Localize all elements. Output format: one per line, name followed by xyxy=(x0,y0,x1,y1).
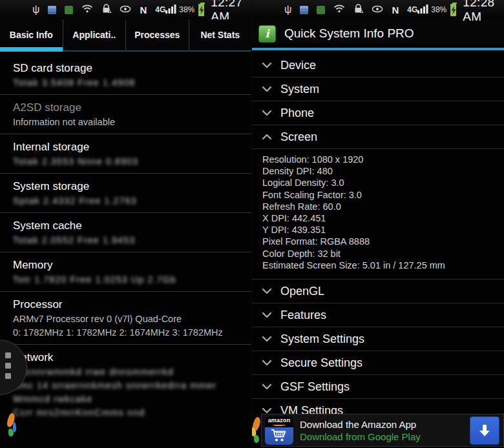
list-item-a2sd-storage: A2SD storageInformation not available xyxy=(0,95,251,134)
network-4g-icon: 4G xyxy=(407,6,417,14)
item-subtitle-redacted: Totak 2.0552 Free 1.9453 xyxy=(13,235,229,246)
tab-net-stats[interactable]: Net Stats xyxy=(189,19,252,50)
ad-banner[interactable]: amazon Download the Amazon App Download … xyxy=(261,414,504,447)
chevron-down-icon xyxy=(261,85,280,93)
item-title: Processor xyxy=(13,298,240,311)
status-icons-right: ψ N 4G xyxy=(284,4,417,16)
shopping-cart-icon xyxy=(265,427,293,445)
section-label: OpenGL xyxy=(280,285,324,298)
ad-text: Download the Amazon App Download from Go… xyxy=(300,419,421,442)
chevron-down-icon xyxy=(261,335,280,343)
detail-line: Font Scaling Factor: 3.0 xyxy=(262,189,498,201)
left-screen: ψ N 4G 38% 12:27 AM Basic InfoApplicati.… xyxy=(0,0,252,448)
wifi-warning-icon xyxy=(81,4,93,15)
section-system[interactable]: System xyxy=(252,77,504,101)
floating-widget-partial xyxy=(252,416,261,445)
battery-icon xyxy=(198,4,204,16)
amazon-app-icon[interactable]: amazon xyxy=(265,416,293,445)
tab-bar: Basic InfoApplicati..ProcessesNet Stats xyxy=(0,19,251,52)
amazon-smile-icon xyxy=(273,423,286,426)
app-title: Quick System Info PRO xyxy=(284,26,414,41)
section-label: System xyxy=(280,83,319,96)
item-subtitle-redacted: Totak 3.5408 Free 1.4908 xyxy=(13,77,229,88)
status-right-right: 38% 12:28 AM xyxy=(417,0,500,24)
chevron-down-icon xyxy=(261,383,280,391)
item-subtitle-redacted: Totak 2.3553 Nnne 0.8903 xyxy=(13,156,229,167)
section-features[interactable]: Features xyxy=(252,303,504,327)
detail-line: Density DPI: 480 xyxy=(262,165,498,177)
section-secure-settings[interactable]: Secure Settings xyxy=(252,351,504,375)
status-icons-left: ψ N 4G xyxy=(32,4,165,16)
detail-line: Y DPI: 439.351 xyxy=(262,224,498,236)
list-item-sd-card-storage: SD card storageTotak 3.5408 Free 1.4908 xyxy=(0,56,251,95)
signal-strength-icon xyxy=(165,4,176,16)
usb-icon: ψ xyxy=(284,5,291,15)
status-bar-left: ψ N 4G 38% 12:27 AM xyxy=(0,0,251,19)
section-screen[interactable]: Screen xyxy=(252,125,504,149)
section-phone[interactable]: Phone xyxy=(252,101,504,125)
section-device[interactable]: Device xyxy=(252,54,504,77)
section-label: Screen xyxy=(280,130,317,144)
ad-download-button[interactable] xyxy=(470,416,499,445)
lock-warning-icon xyxy=(353,4,363,16)
app-info-icon: i xyxy=(258,25,276,43)
section-label: System Settings xyxy=(280,332,364,346)
edge-handle-grip-icon[interactable] xyxy=(5,352,11,379)
battery-percent: 38% xyxy=(431,5,446,14)
right-screen: ψ N 4G 38% 12:28 AM i Quick System Info … xyxy=(252,0,504,448)
item-subtitle: 0: 1782MHz 1: 1782MHz 2: 1674MHz 3: 1782… xyxy=(13,327,229,338)
memo-app-icon xyxy=(300,6,308,14)
item-subtitle-redacted: Sptak 2.4332 Free 1.2763 xyxy=(13,196,229,207)
section-opengl[interactable]: OpenGL xyxy=(252,280,504,303)
section-label: Phone xyxy=(280,107,314,120)
floating-widget-partial xyxy=(4,412,21,438)
chevron-down-icon xyxy=(261,109,280,117)
item-subtitle-redacted: Totr 1.7820 Free 1.0253 Up 2.7Gb xyxy=(13,274,229,285)
list-item-system-storage: System storageSptak 2.4332 Free 1.2763 xyxy=(0,174,251,213)
section-gsf-settings[interactable]: GSF Settings xyxy=(252,375,504,399)
section-label: GSF Settings xyxy=(280,380,350,394)
lock-warning-icon xyxy=(101,4,111,16)
status-time: 12:28 AM xyxy=(463,0,500,24)
nfc-icon: N xyxy=(140,5,147,15)
tab-processes[interactable]: Processes xyxy=(125,19,189,50)
screen-details: Resolution: 1080 x 1920Density DPI: 480L… xyxy=(252,149,504,280)
memo-app-icon xyxy=(48,6,56,14)
list-item-internal-storage: Internal storageTotak 2.3553 Nnne 0.8903 xyxy=(0,134,251,174)
item-subtitle: Information not available xyxy=(13,117,229,128)
detail-line: X DPI: 442.451 xyxy=(262,212,498,224)
chevron-down-icon xyxy=(261,287,280,295)
tab-basic-info[interactable]: Basic Info xyxy=(0,19,63,50)
usb-icon: ψ xyxy=(32,5,39,15)
green-app-icon xyxy=(317,6,325,14)
chevron-down-icon xyxy=(261,61,280,69)
item-title: System storage xyxy=(13,180,240,193)
download-arrow-icon xyxy=(478,423,492,438)
list-item-processor: ProcessorARMv7 Processor rev 0 (v7l) Qua… xyxy=(0,292,251,345)
item-title: Memory xyxy=(13,259,240,272)
tab-applicati[interactable]: Applicati.. xyxy=(63,19,126,50)
item-title: Internal storage xyxy=(13,141,240,154)
item-subtitle-redacted: Smc 14 srraernnkmesh snnerrkedrra mmer xyxy=(13,380,229,391)
item-title: Network xyxy=(13,351,240,364)
wifi-warning-icon xyxy=(333,4,345,15)
list-item-network: NetworkSbcnnrwmmkd rrwe dnnsmmerrkdSmc 1… xyxy=(0,345,251,424)
network-4g-icon: 4G xyxy=(155,6,165,14)
section-label: Device xyxy=(280,59,316,72)
section-list: DeviceSystemPhoneScreenResolution: 1080 … xyxy=(252,50,504,423)
detail-line: Logical Density: 3.0 xyxy=(262,177,498,188)
ad-title: Download the Amazon App xyxy=(300,419,421,430)
item-subtitle-redacted: Wmmcd rwkcake xyxy=(13,394,229,405)
eye-icon xyxy=(372,4,383,15)
section-system-settings[interactable]: System Settings xyxy=(252,327,504,351)
list-item-memory: MemoryTotr 1.7820 Free 1.0253 Up 2.7Gb xyxy=(0,252,251,292)
ad-subtitle: Download from Google Play xyxy=(300,431,421,442)
section-label: Secure Settings xyxy=(280,356,362,370)
app-header: i Quick System Info PRO xyxy=(252,19,504,50)
list-item-system-cache: System cacheTotak 2.0552 Free 1.9453 xyxy=(0,213,251,252)
chevron-down-icon xyxy=(261,311,280,319)
detail-line: Refresh Rate: 60.0 xyxy=(262,201,498,212)
eye-icon xyxy=(120,4,131,15)
detail-line: Pixel Format: RGBA 8888 xyxy=(262,236,498,247)
detail-line: Color Depth: 32 bit xyxy=(262,248,498,260)
